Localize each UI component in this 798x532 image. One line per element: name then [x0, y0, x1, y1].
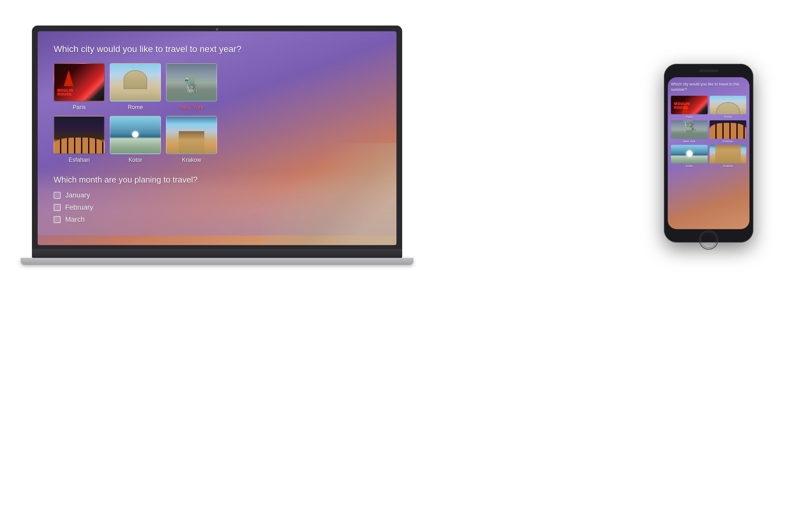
- city-item-newyork[interactable]: New York: [166, 63, 217, 111]
- phone-city-label-rome: Rome: [724, 115, 732, 118]
- month-item-january[interactable]: January: [54, 191, 380, 200]
- phone-city-image-newyork: [671, 120, 708, 139]
- scene: Which city would you like to travel to n…: [0, 0, 798, 532]
- phone-screen: Which city would you like to travel to t…: [668, 77, 749, 229]
- checkbox-march[interactable]: [54, 216, 61, 223]
- phone-city-item-rome[interactable]: Rome: [709, 96, 746, 118]
- checkbox-february[interactable]: [54, 204, 61, 211]
- city-label-paris: Paris: [73, 104, 86, 111]
- month-label-february: February: [65, 203, 93, 212]
- laptop-screen: Which city would you like to travel to n…: [38, 31, 396, 245]
- month-item-february[interactable]: February: [54, 203, 380, 212]
- phone-city-label-newyork: New York: [683, 140, 695, 143]
- laptop-screen-inner: Which city would you like to travel to n…: [38, 31, 396, 245]
- phone-city-image-paris: [671, 96, 708, 114]
- city-item-rome[interactable]: Rome: [110, 63, 161, 111]
- city-label-rome: Rome: [128, 104, 143, 111]
- city-label-krakow: Krakow: [182, 157, 201, 164]
- city-item-krakow[interactable]: Krakow: [166, 116, 217, 164]
- city-image-kotor: [110, 116, 161, 154]
- month-list: January February March: [54, 191, 380, 224]
- phone-city-image-rome: [709, 96, 746, 114]
- city-image-esfahan: [54, 116, 105, 154]
- checkbox-january[interactable]: [54, 192, 61, 199]
- city-label-newyork: New York: [179, 104, 204, 111]
- laptop-base: [32, 249, 402, 258]
- month-question-label: Which month are you planing to travel?: [54, 175, 380, 185]
- city-label-esfahan: Esfahan: [69, 157, 90, 164]
- phone-city-item-kotor[interactable]: Kotor: [671, 145, 708, 168]
- phone-body: Which city would you like to travel to t…: [664, 64, 753, 243]
- month-label-march: March: [65, 215, 84, 224]
- phone-city-label-esfahan: Esfahan: [723, 140, 733, 143]
- laptop-camera: [216, 28, 218, 31]
- phone-device: Which city would you like to travel to t…: [664, 64, 753, 243]
- city-image-rome: [110, 63, 161, 101]
- phone-city-image-krakow: [709, 145, 746, 164]
- phone-city-item-esfahan[interactable]: Esfahan: [709, 120, 746, 143]
- phone-home-button-inner: [701, 232, 717, 248]
- laptop-body: Which city would you like to travel to n…: [32, 25, 402, 249]
- phone-camera: [699, 70, 718, 72]
- city-image-newyork: [166, 63, 217, 101]
- phone-city-item-krakow[interactable]: Krakow: [709, 145, 746, 168]
- phone-city-label-kotor: Kotor: [686, 164, 693, 168]
- phone-city-grid: Paris Rome New York Esfahan: [671, 96, 746, 168]
- city-item-esfahan[interactable]: Esfahan: [54, 116, 105, 164]
- city-grid: Paris Rome New York: [54, 63, 380, 164]
- phone-home-button[interactable]: [699, 230, 718, 250]
- phone-city-image-kotor: [671, 145, 708, 164]
- month-item-march[interactable]: March: [54, 215, 380, 224]
- laptop-device: Which city would you like to travel to n…: [32, 25, 402, 274]
- phone-screen-inner: Which city would you like to travel to t…: [668, 77, 749, 172]
- phone-city-item-paris[interactable]: Paris: [671, 96, 708, 118]
- phone-city-question-label: Which city would you like to travel to t…: [671, 82, 746, 93]
- city-item-paris[interactable]: Paris: [54, 63, 105, 111]
- phone-city-label-krakow: Krakow: [723, 164, 733, 168]
- city-label-kotor: Kotor: [128, 157, 142, 164]
- city-question-label: Which city would you like to travel to n…: [54, 44, 380, 54]
- city-item-kotor[interactable]: Kotor: [110, 116, 161, 164]
- city-image-krakow: [166, 116, 217, 154]
- laptop-foot: [21, 258, 413, 265]
- month-label-january: January: [65, 191, 90, 200]
- phone-city-image-esfahan: [709, 120, 746, 139]
- city-image-paris: [54, 63, 105, 101]
- phone-city-item-newyork[interactable]: New York: [671, 120, 708, 143]
- phone-city-label-paris: Paris: [686, 115, 693, 118]
